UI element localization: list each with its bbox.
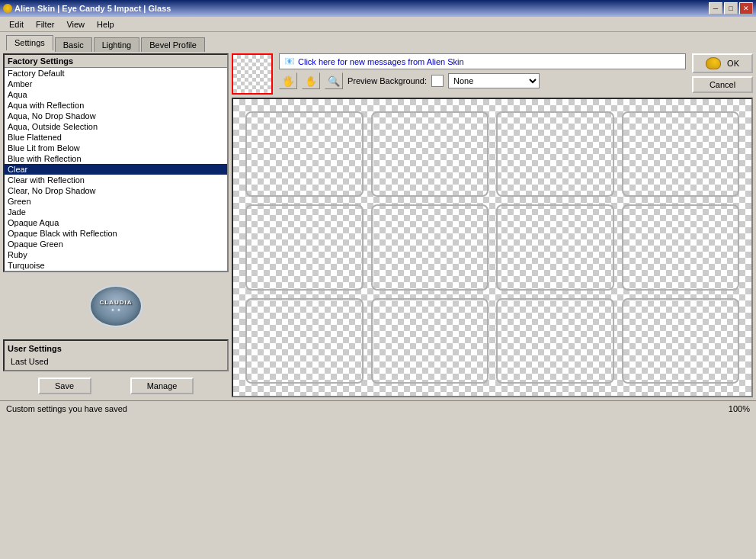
minimize-button[interactable]: ─ [709, 2, 722, 14]
claudia-area: CLAUDIA ✦ ✦ [3, 275, 229, 336]
ok-button[interactable]: OK [692, 53, 753, 73]
top-bar-row: 📧 Click here for new messages from Alien… [232, 53, 753, 95]
preview-bg-swatch [431, 75, 444, 87]
status-message: Custom settings you have saved [6, 404, 127, 413]
user-settings-container: User Settings Last Used [3, 339, 229, 371]
preview-cell-10 [371, 298, 489, 384]
close-button[interactable]: ✕ [739, 2, 753, 14]
zoom-tool-button[interactable]: 🔍 [325, 72, 343, 89]
list-item[interactable]: Clear, No Drop Shadow [5, 185, 227, 196]
factory-settings-header: Factory Settings [5, 55, 227, 68]
preview-bg-label: Preview Background: [348, 76, 427, 85]
preview-cell-3 [496, 111, 614, 197]
user-settings-item-last-used[interactable]: Last Used [8, 356, 224, 367]
list-item[interactable]: Opaque Aqua [5, 217, 227, 228]
settings-list[interactable]: Factory Default Amber Aqua Aqua with Ref… [5, 68, 227, 271]
bottom-buttons: Save Manage [3, 374, 229, 397]
content-area: Factory Settings Factory Default Amber A… [0, 50, 756, 400]
claudia-text: CLAUDIA [100, 299, 133, 306]
middle-controls: 📧 Click here for new messages from Alien… [279, 53, 686, 89]
toolbar-row: 🖐 ✋ 🔍 Preview Background: None White Bla… [279, 72, 686, 89]
preview-cell-7 [496, 204, 614, 290]
ok-cancel-area: OK Cancel [692, 53, 753, 93]
list-item[interactable]: Blue with Reflection [5, 153, 227, 164]
maximize-button[interactable]: □ [724, 2, 738, 14]
list-item[interactable]: Aqua [5, 89, 227, 100]
list-item[interactable]: Aqua with Reflection [5, 100, 227, 111]
tabs-row: Settings Basic Lighting Bevel Profile [0, 32, 756, 50]
save-button[interactable]: Save [38, 377, 91, 394]
list-item[interactable]: Blue Lit from Below [5, 143, 227, 153]
app-icon [3, 4, 12, 13]
menu-view[interactable]: View [60, 18, 91, 31]
preview-area [232, 98, 753, 397]
grab-tool-button[interactable]: ✋ [302, 72, 320, 89]
preview-cell-11 [496, 298, 614, 384]
status-bar: Custom settings you have saved 100% [0, 400, 756, 416]
claudia-badge: CLAUDIA ✦ ✦ [89, 285, 143, 327]
link-text[interactable]: Click here for new messages from Alien S… [298, 57, 464, 66]
list-item[interactable]: Aqua, Outside Selection [5, 121, 227, 132]
preview-cell-5 [245, 204, 364, 290]
preview-thumbnail [232, 53, 273, 95]
title-text: Alien Skin | Eye Candy 5 Impact | Glass [14, 4, 171, 13]
list-item[interactable]: Factory Default [5, 68, 227, 79]
tab-settings[interactable]: Settings [6, 35, 53, 50]
window-controls: ─ □ ✕ [709, 2, 753, 14]
menu-filter[interactable]: Filter [30, 18, 60, 31]
tab-bevel-profile[interactable]: Bevel Profile [141, 37, 205, 52]
list-item[interactable]: Jade [5, 207, 227, 217]
tab-lighting[interactable]: Lighting [94, 37, 140, 52]
list-item[interactable]: Opaque Green [5, 239, 227, 249]
link-icon: 📧 [284, 56, 295, 66]
ok-label: OK [727, 59, 739, 68]
hand-tool-button[interactable]: 🖐 [279, 72, 297, 89]
title-bar: Alien Skin | Eye Candy 5 Impact | Glass … [0, 0, 756, 17]
list-item[interactable]: Aqua, No Drop Shadow [5, 111, 227, 121]
menu-help[interactable]: Help [91, 18, 120, 31]
preview-bg-select[interactable]: None White Black Custom [448, 73, 540, 88]
list-item[interactable]: Ruby [5, 249, 227, 260]
list-item[interactable]: Turquoise [5, 260, 227, 271]
preview-cell-12 [622, 298, 740, 384]
cancel-button[interactable]: Cancel [692, 76, 753, 93]
preview-bg-color-swatch [431, 75, 444, 87]
preview-cell-2 [371, 111, 489, 197]
menu-bar: Edit Filter View Help [0, 17, 756, 32]
preview-cell-6 [371, 204, 489, 290]
right-panel: 📧 Click here for new messages from Alien… [232, 53, 753, 397]
preview-cell-8 [622, 204, 740, 290]
menu-edit[interactable]: Edit [3, 18, 30, 31]
settings-list-container: Factory Settings Factory Default Amber A… [3, 53, 229, 272]
list-item[interactable]: Clear with Reflection [5, 175, 227, 185]
alien-skin-link[interactable]: 📧 Click here for new messages from Alien… [279, 53, 686, 69]
preview-cell-4 [622, 111, 740, 197]
preview-cell-9 [245, 298, 364, 384]
manage-button[interactable]: Manage [130, 377, 194, 394]
tab-basic[interactable]: Basic [55, 37, 92, 52]
user-settings-label: User Settings [8, 344, 224, 353]
list-item[interactable]: Green [5, 196, 227, 207]
zoom-level: 100% [729, 404, 750, 413]
preview-cell-1 [245, 111, 364, 197]
list-item[interactable]: Opaque Black with Reflection [5, 228, 227, 239]
list-item[interactable]: Blue Flattened [5, 132, 227, 143]
ok-icon [706, 57, 721, 69]
claudia-subtext: ✦ ✦ [111, 307, 121, 313]
list-item[interactable]: Amber [5, 79, 227, 89]
left-panel: Factory Settings Factory Default Amber A… [3, 53, 229, 397]
list-item-selected[interactable]: Clear [5, 164, 227, 175]
